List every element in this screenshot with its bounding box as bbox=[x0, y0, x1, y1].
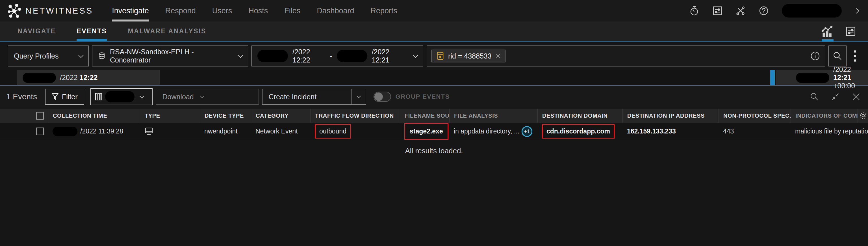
header-traffic-flow-direction[interactable]: TRAFFIC FLOW DIRECTION bbox=[310, 109, 400, 123]
row-checkbox[interactable] bbox=[36, 127, 44, 135]
service-name: RSA-NW-Sandbox-EPLH - Concentrator bbox=[110, 48, 229, 64]
timeline-end-redacted bbox=[796, 73, 829, 83]
filter-button-label: Filter bbox=[62, 93, 78, 101]
cell-collection-time: /2022 11:39:28 bbox=[48, 127, 140, 136]
chevron-down-icon bbox=[139, 93, 144, 98]
cell-traffic-flow-direction: outbound bbox=[310, 124, 400, 139]
netwitness-logo: NETWITNESS bbox=[0, 3, 93, 18]
file-analysis-value: in appdata directory, ... bbox=[454, 127, 519, 135]
header-collection-time[interactable]: COLLECTION TIME bbox=[48, 109, 140, 123]
nav-item-dashboard[interactable]: Dashboard bbox=[317, 0, 354, 22]
all-results-loaded-status: All results loaded. bbox=[0, 147, 868, 155]
header-type[interactable]: TYPE bbox=[140, 109, 200, 123]
remove-filter-icon[interactable] bbox=[496, 54, 501, 59]
filter-button[interactable]: Filter bbox=[45, 89, 84, 104]
meta-key-icon bbox=[436, 52, 444, 61]
timeline-start-label: /2022 12:22 bbox=[17, 70, 160, 85]
chevron-down-icon bbox=[200, 94, 204, 98]
nav-item-respond[interactable]: Respond bbox=[165, 0, 196, 22]
cell-indicators-of-compromise: malicious file by reputation service bbox=[790, 127, 858, 135]
cell-type bbox=[140, 127, 200, 136]
time-range-dropdown[interactable]: /2022 12:22 - /2022 12:21 bbox=[251, 45, 423, 66]
timeline-end-date: /2022 bbox=[833, 65, 851, 73]
nav-item-files[interactable]: Files bbox=[284, 0, 300, 22]
download-label: Download bbox=[162, 93, 194, 101]
investigate-sub-nav: NAVIGATE EVENTS MALWARE ANALYSIS bbox=[0, 22, 868, 42]
time-range-start: /2022 12:22 bbox=[292, 48, 325, 64]
timeline-end-timezone: +00:00 bbox=[833, 82, 855, 90]
header-file-analysis[interactable]: FILE ANALYSIS bbox=[449, 109, 537, 123]
brand-name: NETWITNESS bbox=[25, 6, 93, 16]
header-destination-ip-address[interactable]: DESTINATION IP ADDRESS bbox=[622, 109, 718, 123]
annotation-highlight-domain: cdn.discordapp.com bbox=[542, 124, 615, 139]
column-group-dropdown[interactable] bbox=[90, 88, 153, 105]
header-filename-source[interactable]: FILENAME SOURCE bbox=[400, 109, 449, 123]
tab-navigate[interactable]: NAVIGATE bbox=[18, 22, 56, 41]
start-date-redacted bbox=[257, 50, 288, 62]
traffic-flow-value: outbound bbox=[319, 127, 346, 135]
chevron-down-icon bbox=[413, 53, 418, 58]
destination-domain-value: cdn.discordapp.com bbox=[547, 127, 610, 135]
database-icon bbox=[98, 52, 105, 60]
file-analysis-more-badge[interactable]: +1 bbox=[522, 126, 532, 137]
search-events-icon[interactable] bbox=[810, 92, 819, 101]
select-all-checkbox[interactable] bbox=[36, 112, 44, 120]
jobs-timer-icon[interactable] bbox=[689, 6, 699, 16]
events-table-header: COLLECTION TIME TYPE DEVICE TYPE CATEGOR… bbox=[0, 109, 868, 123]
tab-malware-analysis[interactable]: MALWARE ANALYSIS bbox=[128, 22, 206, 41]
query-profiles-label: Query Profiles bbox=[14, 52, 59, 60]
events-timeline[interactable]: /2022 12:22 /2022 12:21 +00:00 bbox=[0, 70, 868, 86]
nav-item-hosts[interactable]: Hosts bbox=[248, 0, 268, 22]
time-range-end: /2022 12:21 bbox=[372, 48, 405, 64]
timeline-start-time: 12:22 bbox=[80, 73, 98, 82]
netwitness-logo-icon bbox=[8, 3, 21, 18]
close-events-icon[interactable] bbox=[851, 92, 861, 101]
top-nav-menu: Investigate Respond Users Hosts Files Da… bbox=[112, 0, 397, 22]
nav-item-reports[interactable]: Reports bbox=[370, 0, 397, 22]
group-events-toggle[interactable] bbox=[374, 92, 391, 102]
query-filter-input[interactable]: rid = 4388533 bbox=[427, 45, 825, 66]
query-filter-chip[interactable]: rid = 4388533 bbox=[431, 49, 505, 63]
nav-item-investigate[interactable]: Investigate bbox=[112, 0, 149, 22]
execute-query-button[interactable] bbox=[829, 45, 846, 66]
query-info-icon[interactable] bbox=[810, 51, 820, 61]
tab-events[interactable]: EVENTS bbox=[76, 22, 107, 41]
time-range-separator: - bbox=[330, 52, 332, 60]
filter-chip-text: rid = 4388533 bbox=[448, 52, 492, 60]
cell-destination-domain: cdn.discordapp.com bbox=[537, 124, 622, 139]
header-destination-domain[interactable]: DESTINATION DOMAIN bbox=[537, 109, 622, 123]
column-settings-gear-icon[interactable] bbox=[858, 109, 868, 123]
event-row[interactable]: /2022 11:39:28 nwendpoint Network Event … bbox=[0, 123, 868, 140]
collapse-panel-icon[interactable] bbox=[831, 92, 840, 101]
admin-tools-icon[interactable] bbox=[736, 6, 746, 16]
group-events-label: GROUP EVENTS bbox=[396, 93, 450, 100]
header-device-type[interactable]: DEVICE TYPE bbox=[200, 109, 251, 123]
profile-chevron-icon[interactable] bbox=[854, 8, 859, 13]
column-group-redacted bbox=[105, 91, 134, 102]
header-non-protocol-spec[interactable]: NON-PROTOCOL SPEC... bbox=[718, 109, 790, 123]
create-incident-dropdown[interactable]: Create Incident bbox=[262, 89, 366, 104]
funnel-icon bbox=[52, 93, 59, 100]
nav-item-users[interactable]: Users bbox=[212, 0, 232, 22]
cell-non-protocol-spec: 443 bbox=[718, 127, 790, 135]
header-indicators-of-compromise[interactable]: INDICATORS OF COMPRO... bbox=[790, 109, 858, 123]
events-preferences-icon[interactable] bbox=[845, 21, 856, 41]
query-profiles-dropdown[interactable]: Query Profiles bbox=[8, 45, 89, 66]
filename-source-value: stage2.exe bbox=[410, 127, 443, 135]
events-toolbar: 1 Events Filter Download Create Incident… bbox=[0, 86, 868, 108]
notifications-panel-icon[interactable] bbox=[712, 6, 722, 16]
service-selector-dropdown[interactable]: RSA-NW-Sandbox-EPLH - Concentrator bbox=[92, 45, 248, 66]
endpoint-monitor-icon bbox=[144, 127, 153, 136]
header-category[interactable]: CATEGORY bbox=[251, 109, 310, 123]
query-options-kebab-icon[interactable] bbox=[850, 50, 860, 62]
download-dropdown[interactable]: Download bbox=[156, 89, 259, 104]
collection-time-value: /2022 11:39:28 bbox=[80, 127, 123, 135]
annotation-highlight-outbound: outbound bbox=[315, 124, 351, 139]
events-chart-view-icon[interactable] bbox=[822, 21, 834, 41]
help-icon[interactable] bbox=[758, 6, 769, 16]
chevron-down-icon bbox=[356, 94, 361, 98]
events-table: COLLECTION TIME TYPE DEVICE TYPE CATEGOR… bbox=[0, 109, 868, 140]
row-date-redacted bbox=[53, 127, 78, 136]
destination-ip-value: 162.159.133.233 bbox=[627, 127, 676, 135]
end-date-redacted bbox=[337, 50, 367, 62]
